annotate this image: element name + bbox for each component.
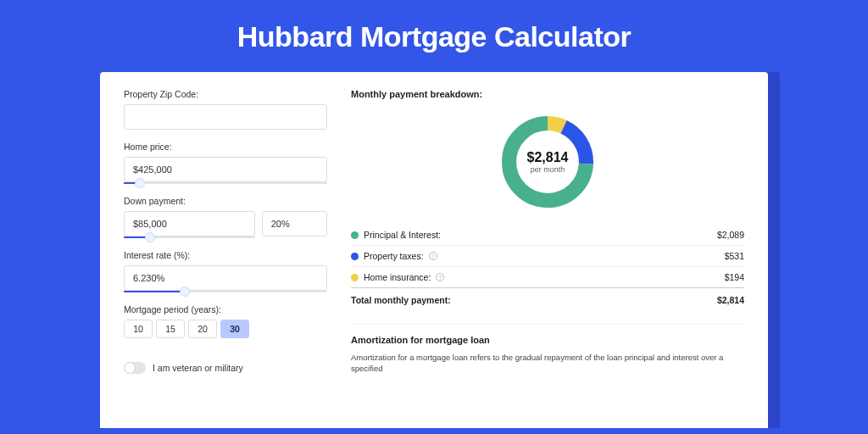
zip-group: Property Zip Code: — [124, 89, 327, 130]
form-panel: Property Zip Code: Home price: Down paym… — [124, 89, 327, 411]
home-price-group: Home price: — [124, 142, 327, 184]
zip-input[interactable] — [124, 104, 327, 130]
legend-dot — [351, 274, 359, 281]
period-label: Mortgage period (years): — [124, 304, 327, 314]
slider-thumb[interactable] — [135, 178, 145, 188]
donut-center: $2,814 per month — [497, 111, 598, 213]
info-icon[interactable]: ? — [436, 273, 444, 281]
total-label: Total monthly payment: — [351, 295, 451, 305]
breakdown-row: Home insurance:?$194 — [351, 266, 744, 287]
slider-thumb[interactable] — [180, 287, 190, 297]
total-row: Total monthly payment: $2,814 — [351, 287, 744, 310]
legend-dot — [351, 253, 359, 260]
breakdown-title: Monthly payment breakdown: — [351, 89, 744, 99]
info-icon[interactable]: ? — [429, 252, 437, 260]
page-title: Hubbard Mortgage Calculator — [0, 0, 868, 72]
period-option-30[interactable]: 30 — [220, 320, 249, 338]
interest-input[interactable] — [124, 265, 327, 291]
breakdown-panel: Monthly payment breakdown: $2,814 per mo… — [351, 89, 744, 411]
period-option-15[interactable]: 15 — [156, 320, 185, 338]
home-price-slider[interactable] — [124, 182, 327, 184]
donut-sub: per month — [531, 165, 565, 174]
donut-chart-wrap: $2,814 per month — [351, 111, 744, 213]
period-option-20[interactable]: 20 — [188, 320, 217, 338]
breakdown-row: Property taxes:?$531 — [351, 245, 744, 266]
veteran-row: I am veteran or military — [124, 362, 327, 374]
period-group: Mortgage period (years): 10152030 — [124, 304, 327, 338]
legend-dot — [351, 231, 359, 239]
home-price-input[interactable] — [124, 157, 327, 182]
down-payment-group: Down payment: — [124, 196, 327, 238]
down-payment-slider[interactable] — [124, 236, 255, 238]
veteran-toggle[interactable] — [124, 362, 146, 374]
breakdown-value: $194 — [725, 272, 744, 282]
amortization-title: Amortization for mortgage loan — [351, 324, 744, 345]
interest-group: Interest rate (%): — [124, 250, 327, 292]
toggle-knob — [125, 363, 135, 373]
down-payment-label: Down payment: — [124, 196, 327, 206]
down-payment-pct-input[interactable] — [262, 211, 327, 236]
donut-amount: $2,814 — [527, 150, 569, 165]
breakdown-value: $2,089 — [717, 230, 744, 240]
zip-label: Property Zip Code: — [124, 89, 327, 99]
interest-slider[interactable] — [124, 291, 327, 292]
donut-chart: $2,814 per month — [497, 111, 598, 213]
interest-label: Interest rate (%): — [124, 250, 327, 260]
slider-thumb[interactable] — [145, 232, 155, 242]
amortization-text: Amortization for a mortgage loan refers … — [351, 352, 744, 375]
home-price-label: Home price: — [124, 142, 327, 152]
breakdown-label: Home insurance: — [364, 272, 431, 282]
period-option-10[interactable]: 10 — [124, 320, 153, 338]
veteran-label: I am veteran or military — [153, 363, 243, 373]
down-payment-amount-input[interactable] — [124, 211, 255, 236]
total-value: $2,814 — [717, 295, 744, 305]
breakdown-label: Property taxes: — [364, 251, 424, 261]
calculator-card: Property Zip Code: Home price: Down paym… — [100, 72, 768, 428]
breakdown-label: Principal & Interest: — [364, 230, 441, 240]
breakdown-value: $531 — [725, 251, 744, 261]
breakdown-row: Principal & Interest:$2,089 — [351, 225, 744, 245]
